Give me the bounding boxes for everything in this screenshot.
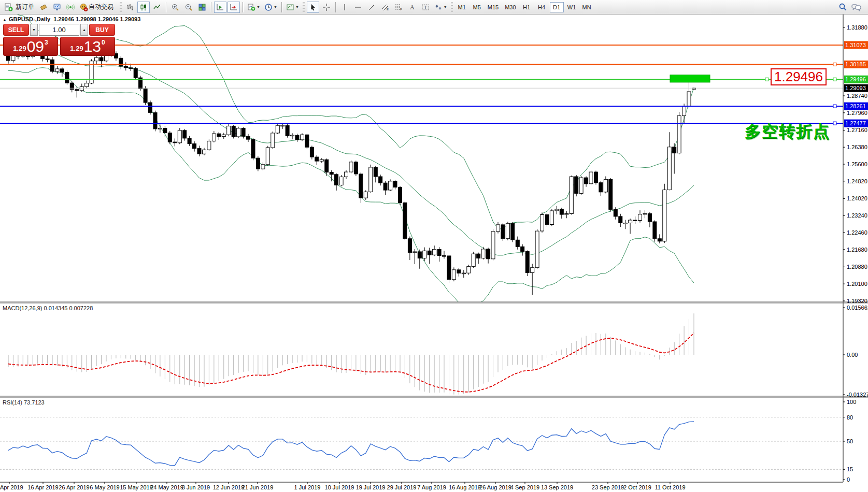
periods-button[interactable]: ▼ [263, 2, 279, 13]
line-anchor[interactable] [833, 63, 836, 66]
eraser-button[interactable] [37, 2, 50, 13]
crosshair-tool-button[interactable] [320, 2, 333, 13]
candle [203, 150, 206, 154]
rsi-label: RSI(14) 73.7123 [3, 399, 45, 406]
toolbar-grip[interactable] [451, 2, 453, 12]
buy-price-tile[interactable]: 1.29130 [60, 37, 115, 56]
chart-canvas[interactable]: 1.318801.287401.279601.271601.263801.256… [0, 0, 868, 492]
line-chart-type-icon [153, 3, 161, 11]
autotrading-button[interactable]: 自动交易 [78, 2, 118, 13]
candle [60, 69, 64, 73]
trade-panel-controls: SELL ▼ 1.00 ▲ BUY [3, 24, 115, 36]
candle [623, 223, 627, 224]
candle [55, 69, 59, 71]
market-watch-button[interactable] [51, 2, 63, 13]
volume-decrease-button[interactable]: ▼ [30, 24, 38, 36]
line-anchor[interactable] [765, 78, 769, 81]
text-label-icon: T [421, 3, 430, 11]
text-tool-button[interactable]: A [406, 2, 418, 13]
svg-text:0.015661: 0.015661 [847, 305, 868, 311]
equidistant-channel-tool-button[interactable]: E [379, 2, 391, 13]
candle [129, 68, 133, 69]
add-indicator-button[interactable]: ▼ [246, 2, 262, 13]
timeframe-h4-button[interactable]: H4 [535, 2, 549, 12]
zoom-in-button[interactable] [169, 2, 181, 13]
price-axis-badge: 1.29093 [844, 84, 868, 92]
candle [413, 252, 417, 253]
candle [501, 225, 505, 239]
volume-increase-button[interactable]: ▲ [80, 24, 88, 36]
timeframe-d1-button[interactable]: D1 [550, 2, 564, 12]
chart-template-button[interactable]: ▼ [284, 2, 301, 13]
candlestick-type-button[interactable] [137, 2, 150, 13]
toolbar-grip[interactable] [120, 2, 122, 12]
sell-button[interactable]: SELL [3, 24, 29, 36]
svg-text:19 Jul 2019: 19 Jul 2019 [356, 484, 386, 490]
line-anchor[interactable] [833, 78, 836, 81]
new-order-label[interactable]: 新订单 [16, 3, 34, 11]
candle [222, 135, 225, 136]
trend-line-tool-button[interactable] [365, 2, 378, 13]
candle [540, 215, 544, 231]
bar-chart-type-button[interactable] [124, 2, 136, 13]
vertical-line-tool-button[interactable] [338, 2, 351, 13]
fibonacci-tool-button[interactable]: F [392, 2, 405, 13]
chart-annotation-text[interactable]: 多空转折点 [745, 121, 830, 142]
timeframe-m15-button[interactable]: M15 [485, 2, 501, 12]
time-axis[interactable]: 7 Apr 201916 Apr 201926 Apr 20196 May 20… [0, 482, 686, 490]
search-button[interactable] [836, 2, 849, 13]
chart-title-bar: ▲GBPUSD-,Daily 1.29046 1.29098 1.29046 1… [3, 16, 140, 22]
zoom-out-button[interactable] [182, 2, 195, 13]
tile-windows-button[interactable] [196, 2, 208, 13]
toolbar-grip[interactable] [303, 2, 305, 12]
signal-button[interactable] [64, 2, 77, 13]
add-indicator-icon [247, 3, 255, 11]
candle [437, 249, 441, 255]
candle [305, 135, 309, 147]
sell-price-tile[interactable]: 1.29093 [3, 37, 58, 56]
svg-text:1.29093: 1.29093 [845, 85, 866, 91]
candle [266, 148, 269, 165]
timeframe-mn-button[interactable]: MN [580, 2, 594, 12]
candle [310, 147, 314, 157]
text-label-tool-button[interactable]: T [419, 2, 432, 13]
svg-text:A: A [410, 4, 415, 11]
horizontal-line-icon [354, 3, 362, 11]
horizontal-line-tool-button[interactable] [352, 2, 364, 13]
new-order-button[interactable] [2, 2, 15, 13]
candle [51, 60, 54, 71]
chart-shift-button[interactable] [227, 2, 240, 13]
collapse-panel-icon[interactable]: ▲ [3, 18, 7, 22]
svg-text:23 Sep 2019: 23 Sep 2019 [592, 484, 624, 490]
cursor-tool-button[interactable] [307, 2, 319, 13]
candle [399, 187, 402, 203]
timeframe-m1-button[interactable]: M1 [455, 2, 469, 12]
candle [653, 222, 657, 239]
timeframe-w1-button[interactable]: W1 [565, 2, 579, 12]
candle [295, 135, 299, 140]
timeframe-h1-button[interactable]: H1 [520, 2, 534, 12]
line-anchor[interactable] [833, 122, 836, 125]
buy-button[interactable]: BUY [89, 24, 115, 36]
chat-button[interactable] [850, 2, 863, 13]
autotrading-robot-icon [79, 3, 88, 11]
volume-input[interactable]: 1.00 [39, 24, 79, 36]
candle [212, 134, 216, 141]
candle [349, 162, 353, 172]
auto-scroll-button[interactable] [214, 2, 226, 13]
price-callout-label[interactable]: 1.29496 [771, 68, 827, 85]
candle [687, 92, 691, 106]
timeframe-m5-button[interactable]: M5 [470, 2, 484, 12]
arrow-shapes-button[interactable]: ▼ [433, 2, 449, 13]
highlight-rectangle-object[interactable] [670, 75, 710, 82]
timeframe-m30-button[interactable]: M30 [502, 2, 518, 12]
candle [682, 106, 686, 115]
candle [144, 89, 147, 103]
line-anchor[interactable] [833, 105, 836, 108]
candle [281, 125, 284, 126]
candle [452, 270, 456, 280]
candle [531, 268, 534, 273]
line-chart-type-button[interactable] [151, 2, 163, 13]
price-axis[interactable]: 1.318801.287401.279601.271601.263801.256… [843, 24, 868, 304]
candle [95, 57, 98, 61]
